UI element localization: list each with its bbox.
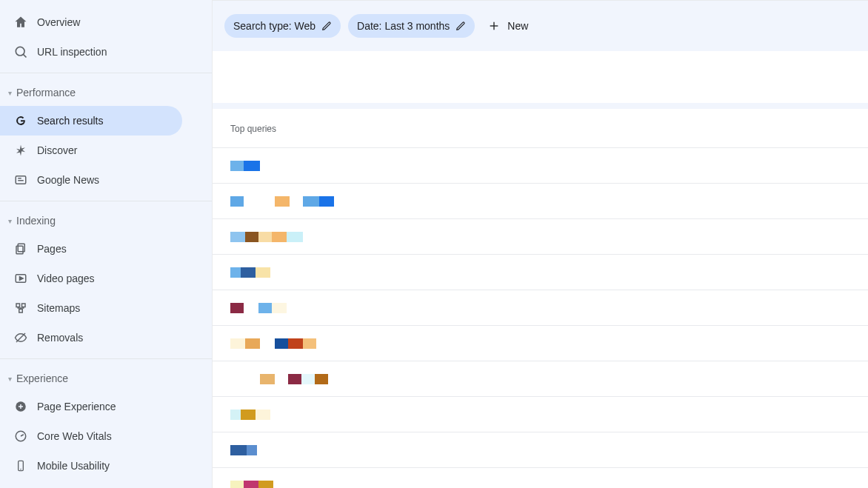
svg-line-1: [23, 54, 26, 57]
sidebar-item-label: Sitemaps: [37, 302, 80, 314]
sidebar: Overview URL inspection ▾ Performance Se…: [0, 0, 212, 488]
main-content: Search type: Web Date: Last 3 months New: [212, 0, 868, 488]
sidebar-item-label: Removals: [37, 332, 83, 344]
google-icon: [12, 112, 30, 130]
table-header: Top queries: [213, 109, 868, 148]
table-row[interactable]: [213, 468, 868, 488]
news-icon: [12, 171, 30, 189]
sidebar-item-label: Pages: [37, 243, 67, 255]
column-header-top-queries: Top queries: [230, 124, 276, 134]
sidebar-item-google-news[interactable]: Google News: [0, 165, 212, 195]
new-label: New: [507, 20, 528, 32]
eye-off-icon: [12, 329, 30, 347]
table-row[interactable]: [213, 148, 868, 184]
edit-icon: [321, 21, 332, 31]
sidebar-item-discover[interactable]: Discover: [0, 136, 212, 165]
query-swatches: [230, 267, 270, 278]
new-filter-button[interactable]: New: [482, 14, 534, 38]
plus-circle-icon: [12, 398, 30, 415]
query-swatches: [230, 303, 287, 313]
svg-rect-10: [22, 304, 26, 307]
chevron-down-icon: ▾: [3, 214, 16, 227]
sidebar-section-label: Indexing: [16, 215, 56, 227]
svg-point-0: [16, 47, 24, 56]
sidebar-item-label: Page Experience: [37, 401, 116, 412]
video-icon: [12, 270, 30, 287]
sitemap-icon: [12, 299, 30, 317]
edit-icon: [455, 21, 466, 31]
svg-rect-5: [18, 244, 24, 252]
search-icon: [12, 43, 30, 61]
sidebar-section-label: Experience: [16, 372, 68, 384]
sidebar-item-video-pages[interactable]: Video pages: [0, 264, 212, 293]
sidebar-section-performance[interactable]: ▾ Performance: [0, 79, 212, 106]
sidebar-section-label: Performance: [16, 87, 76, 98]
table-row[interactable]: [213, 255, 868, 290]
table-row[interactable]: [213, 361, 868, 397]
chip-label: Search type: Web: [233, 20, 316, 32]
query-swatches: [230, 374, 328, 384]
table-row[interactable]: [213, 326, 868, 361]
sidebar-item-page-experience[interactable]: Page Experience: [0, 392, 212, 421]
gauge-icon: [12, 427, 30, 445]
home-icon: [12, 13, 30, 31]
mobile-icon: [12, 457, 30, 475]
query-swatches: [230, 232, 303, 242]
sidebar-item-removals[interactable]: Removals: [0, 323, 212, 352]
sidebar-item-label: Discover: [37, 144, 77, 156]
sidebar-item-label: Overview: [37, 16, 80, 28]
sidebar-item-url-inspection[interactable]: URL inspection: [0, 37, 212, 67]
sidebar-item-label: URL inspection: [37, 46, 107, 58]
filter-chip-date[interactable]: Date: Last 3 months: [348, 14, 475, 38]
query-swatches: [230, 161, 260, 171]
sidebar-item-core-web-vitals[interactable]: Core Web Vitals: [0, 421, 212, 451]
filter-chip-search-type[interactable]: Search type: Web: [224, 14, 341, 38]
query-swatches: [230, 338, 316, 349]
sidebar-item-label: Core Web Vitals: [37, 430, 112, 442]
table-row[interactable]: [213, 397, 868, 432]
chevron-down-icon: ▾: [3, 372, 16, 385]
sidebar-item-label: Mobile Usability: [37, 460, 110, 472]
table-row[interactable]: [213, 290, 868, 326]
filter-bar: Search type: Web Date: Last 3 months New: [213, 0, 868, 51]
sidebar-item-mobile-usability[interactable]: Mobile Usability: [0, 451, 212, 481]
sidebar-item-label: Google News: [37, 174, 99, 186]
query-swatches: [230, 410, 270, 420]
svg-rect-9: [16, 304, 20, 307]
table-row[interactable]: [213, 219, 868, 255]
sidebar-item-label: Video pages: [37, 273, 95, 284]
sidebar-item-overview[interactable]: Overview: [0, 7, 212, 37]
pages-icon: [12, 240, 30, 258]
sidebar-item-sitemaps[interactable]: Sitemaps: [0, 293, 212, 323]
svg-rect-6: [16, 246, 23, 254]
sidebar-section-experience[interactable]: ▾ Experience: [0, 365, 212, 392]
plus-icon: [488, 20, 500, 32]
chart-panel: [213, 51, 868, 103]
sidebar-item-search-results[interactable]: Search results: [0, 106, 182, 136]
query-swatches: [230, 481, 273, 489]
sidebar-item-pages[interactable]: Pages: [0, 234, 212, 264]
chip-label: Date: Last 3 months: [357, 20, 450, 32]
svg-marker-8: [20, 277, 24, 281]
sidebar-item-label: Search results: [37, 115, 103, 127]
sidebar-section-indexing[interactable]: ▾ Indexing: [0, 207, 212, 234]
chevron-down-icon: ▾: [3, 86, 16, 99]
queries-table: [213, 148, 868, 488]
svg-rect-11: [19, 310, 23, 313]
query-swatches: [230, 196, 334, 207]
query-swatches: [230, 445, 257, 455]
asterisk-icon: [12, 141, 30, 159]
table-row[interactable]: [213, 184, 868, 219]
table-row[interactable]: [213, 432, 868, 468]
